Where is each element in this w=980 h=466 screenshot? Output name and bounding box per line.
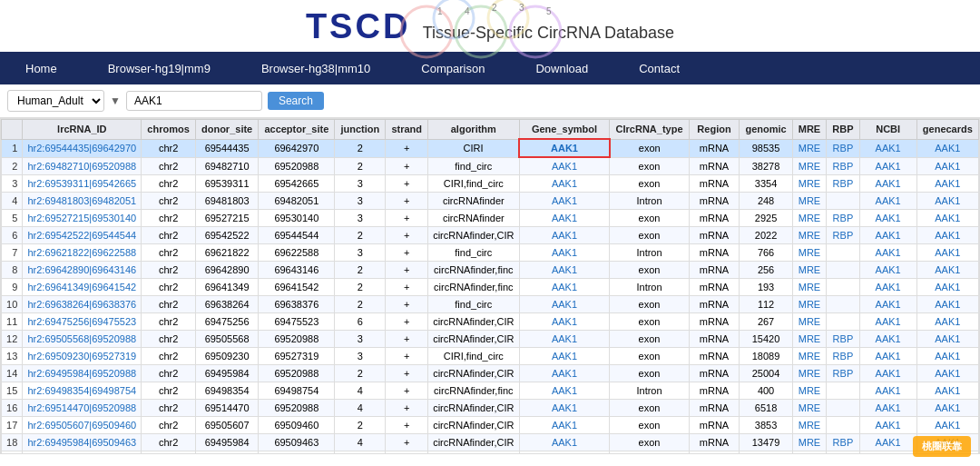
nav-contact[interactable]: Contact <box>613 52 705 84</box>
nav-download[interactable]: Download <box>510 52 613 84</box>
gene-cell[interactable]: AAK1,RP11-427H <box>519 451 610 455</box>
mre-cell[interactable]: MRE <box>792 434 827 451</box>
rbp-cell[interactable]: RBP <box>827 451 859 455</box>
search-input[interactable] <box>126 91 262 111</box>
nav-browser-hg19[interactable]: Browser-hg19|mm9 <box>83 52 236 84</box>
genecards-cell[interactable]: AAK1 <box>916 262 978 279</box>
genecards-cell[interactable]: AAK1 <box>916 157 978 175</box>
organism-select[interactable]: Human_Adult Human_Fetal Mouse_Adult Mous… <box>7 90 104 112</box>
genecards-cell[interactable]: AAK1 <box>916 365 978 382</box>
ncbi-cell[interactable]: AAK1 <box>859 210 916 227</box>
lrcrna-id-cell[interactable]: hr2:69514470|69520988 <box>23 400 142 417</box>
ncbi-cell[interactable]: AAK1 <box>859 331 916 348</box>
genecards-cell[interactable]: AAK1 <box>916 279 978 296</box>
rbp-cell[interactable]: RBP <box>827 210 859 227</box>
gene-cell[interactable]: AAK1 <box>519 365 610 382</box>
rbp-cell[interactable]: RBP <box>827 365 859 382</box>
ncbi-cell[interactable]: AAK1 <box>859 400 916 417</box>
mre-cell[interactable]: MRE <box>792 417 827 434</box>
rbp-cell[interactable]: RBP <box>827 157 859 175</box>
genecards-cell[interactable]: AAK1 <box>916 348 978 365</box>
gene-cell[interactable]: AAK1 <box>519 382 610 400</box>
mre-cell[interactable]: MRE <box>792 313 827 331</box>
lrcrna-id-cell[interactable]: hr2:69542522|69544544 <box>23 227 142 244</box>
nav-comparison[interactable]: Comparison <box>396 52 510 84</box>
lrcrna-id-cell[interactable]: hr2:69642890|69643146 <box>23 262 142 279</box>
ncbi-cell[interactable]: AAK1 <box>859 296 916 313</box>
mre-cell[interactable]: MRE <box>792 210 827 227</box>
gene-cell[interactable]: AAK1 <box>519 262 610 279</box>
gene-cell[interactable]: AAK1 <box>519 417 610 434</box>
gene-cell[interactable]: AAK1 <box>519 157 610 175</box>
lrcrna-id-cell[interactable]: hr2:69509230|69527319 <box>23 348 142 365</box>
genecards-cell[interactable]: AAK1 <box>916 313 978 331</box>
gene-cell[interactable]: AAK1 <box>519 279 610 296</box>
gene-cell[interactable]: AAK1 <box>519 434 610 451</box>
mre-cell[interactable]: MRE <box>792 157 827 175</box>
ncbi-cell[interactable]: AAK1 <box>859 227 916 244</box>
lrcrna-id-cell[interactable]: hr2:69527215|69530140 <box>23 210 142 227</box>
nav-home[interactable]: Home <box>0 52 83 84</box>
lrcrna-id-cell[interactable]: hr2:69481803|69482051 <box>23 193 142 210</box>
ncbi-cell[interactable]: AAK1 <box>859 175 916 193</box>
ncbi-cell[interactable]: AAK1,RI A <box>859 451 916 455</box>
ncbi-cell[interactable]: AAK1 <box>859 139 916 157</box>
rbp-cell[interactable]: RBP <box>827 348 859 365</box>
genecards-cell[interactable]: AAK1 <box>916 175 978 193</box>
search-button[interactable]: Search <box>268 92 324 110</box>
mre-cell[interactable]: MRE <box>792 400 827 417</box>
genecards-cell[interactable]: AAK1 <box>916 382 978 400</box>
mre-cell[interactable]: MRE <box>792 296 827 313</box>
rbp-cell[interactable]: RBP <box>827 331 859 348</box>
gene-cell[interactable]: AAK1 <box>519 348 610 365</box>
genecards-cell[interactable]: AAK1 <box>916 400 978 417</box>
gene-cell[interactable]: AAK1 <box>519 296 610 313</box>
lrcrna-id-cell[interactable]: hr2:69638264|69638376 <box>23 296 142 313</box>
lrcrna-id-cell[interactable]: hr2:69505607|69509460 <box>23 417 142 434</box>
mre-cell[interactable]: MRE <box>792 348 827 365</box>
nav-browser-hg38[interactable]: Browser-hg38|mm10 <box>236 52 396 84</box>
ncbi-cell[interactable]: AAK1 <box>859 157 916 175</box>
ncbi-cell[interactable]: AAK1 <box>859 382 916 400</box>
lrcrna-id-cell[interactable]: hr2:69505568|69520988 <box>23 331 142 348</box>
mre-cell[interactable]: MRE <box>792 382 827 400</box>
mre-cell[interactable]: MRE <box>792 331 827 348</box>
gene-cell[interactable]: AAK1 <box>519 313 610 331</box>
ncbi-cell[interactable]: AAK1 <box>859 313 916 331</box>
ncbi-cell[interactable]: AAK1 <box>859 365 916 382</box>
rbp-cell[interactable]: RBP <box>827 434 859 451</box>
mre-cell[interactable]: MRE <box>792 139 827 157</box>
ncbi-cell[interactable]: AAK1 <box>859 262 916 279</box>
gene-cell[interactable]: AAK1 <box>519 175 610 193</box>
rbp-cell[interactable]: RBP <box>827 139 859 157</box>
genecards-cell[interactable]: AAK1 <box>916 139 978 157</box>
mre-cell[interactable]: MRE <box>792 175 827 193</box>
lrcrna-id-cell[interactable]: hr2:69539311|69542665 <box>23 175 142 193</box>
gene-cell[interactable]: AAK1 <box>519 139 610 157</box>
gene-cell[interactable]: AAK1 <box>519 400 610 417</box>
rbp-cell[interactable]: RBP <box>827 175 859 193</box>
lrcrna-id-cell[interactable]: hr2:69482710|69520988 <box>23 157 142 175</box>
lrcrna-id-cell[interactable]: hr2:69495984|69520988 <box>23 365 142 382</box>
mre-cell[interactable]: MRE <box>792 451 827 455</box>
mre-cell[interactable]: MRE <box>792 244 827 262</box>
lrcrna-id-cell[interactable]: hr2:69641349|69641542 <box>23 279 142 296</box>
ncbi-cell[interactable]: AAK1 <box>859 244 916 262</box>
genecards-cell[interactable]: AAK1 <box>916 296 978 313</box>
gene-cell[interactable]: AAK1 <box>519 193 610 210</box>
ncbi-cell[interactable]: AAK1 <box>859 279 916 296</box>
genecards-cell[interactable]: AAK1 <box>916 244 978 262</box>
mre-cell[interactable]: MRE <box>792 227 827 244</box>
mre-cell[interactable]: MRE <box>792 365 827 382</box>
genecards-cell[interactable]: AAK1 <box>916 227 978 244</box>
ncbi-cell[interactable]: AAK1 <box>859 434 916 451</box>
genecards-cell[interactable]: AAK1 <box>916 331 978 348</box>
lrcrna-id-cell[interactable]: hr2:69458068|69459526 <box>23 451 142 455</box>
ncbi-cell[interactable]: AAK1 <box>859 193 916 210</box>
gene-cell[interactable]: AAK1 <box>519 331 610 348</box>
gene-cell[interactable]: AAK1 <box>519 244 610 262</box>
rbp-cell[interactable]: RBP <box>827 227 859 244</box>
gene-cell[interactable]: AAK1 <box>519 227 610 244</box>
ncbi-cell[interactable]: AAK1 <box>859 348 916 365</box>
lrcrna-id-cell[interactable]: hr2:69544435|69642970 <box>23 139 142 157</box>
